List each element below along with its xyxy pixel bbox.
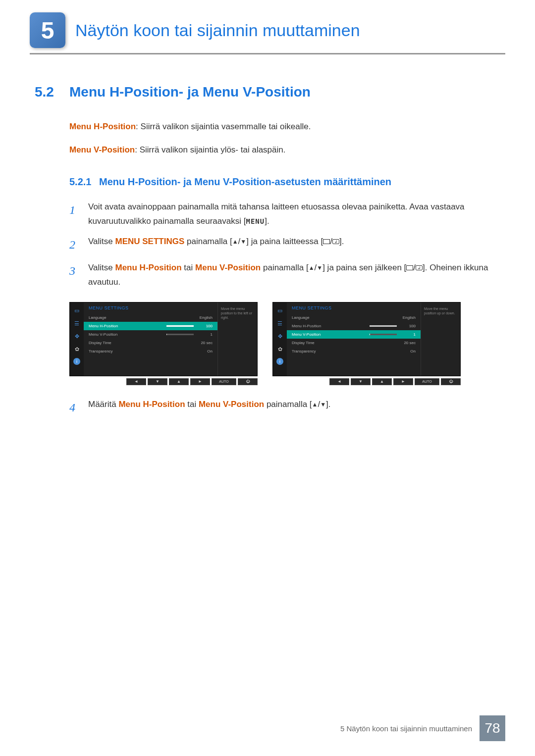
- menu-key-icon: MENU: [246, 217, 265, 225]
- osd-item-h-position: Menu H-Position100: [84, 322, 217, 330]
- page-footer: 5 Näytön koon tai sijainnin muuttaminen …: [340, 715, 505, 741]
- osd-item-v-position: Menu V-Position1: [84, 330, 217, 339]
- step-2: 2 Valitse MENU SETTINGS painamalla [▲/▼]…: [69, 235, 505, 255]
- intro-v-position: Menu V-Position: Siirrä valikon sijainti…: [69, 143, 505, 156]
- nav-down-icon: ▼: [351, 378, 371, 385]
- up-triangle-icon: ▲: [232, 237, 238, 247]
- list-icon: ☰: [72, 319, 81, 328]
- osd-item-language: LanguageEnglish: [84, 313, 217, 322]
- gear-icon: ✿: [275, 345, 284, 354]
- enter-icon: [332, 239, 339, 244]
- section-heading: 5.2Menu H-Position- ja Menu V-Position: [30, 84, 505, 100]
- nav-auto-button: AUTO: [415, 378, 439, 385]
- move-icon: ✥: [275, 332, 284, 341]
- osd-v-position: ▭ ☰ ✥ ✿ i MENU SETTINGS LanguageEnglish …: [272, 302, 461, 376]
- rect-icon: [406, 265, 413, 270]
- osd-title: MENU SETTINGS: [287, 305, 421, 313]
- page-header: 5 Näytön koon tai sijainnin muuttaminen: [30, 12, 505, 54]
- nav-right-icon: ►: [190, 378, 210, 385]
- nav-down-icon: ▼: [148, 378, 167, 385]
- up-triangle-icon: ▲: [312, 400, 318, 409]
- osd-item-v-position: Menu V-Position1: [287, 330, 421, 339]
- step-1: 1 Voit avata avainoppaan painamalla mitä…: [69, 200, 505, 229]
- page-number: 78: [480, 715, 505, 741]
- osd-hint: Move the menu position to the left or ri…: [217, 302, 257, 376]
- osd-screenshots: ▭ ☰ ✥ ✿ i MENU SETTINGS LanguageEnglish …: [69, 302, 505, 385]
- chapter-title: Näytön koon tai sijainnin muuttaminen: [75, 21, 360, 40]
- step-4: 4 Määritä Menu H-Position tai Menu V-Pos…: [69, 398, 505, 418]
- info-icon: i: [73, 358, 80, 365]
- osd-item-language: LanguageEnglish: [287, 313, 421, 322]
- monitor-icon: ▭: [72, 306, 81, 315]
- nav-auto-button: AUTO: [212, 378, 236, 385]
- nav-power-icon: ⏻: [238, 378, 258, 385]
- osd-nav-bar: ◄ ▼ ▲ ► AUTO ⏻: [272, 378, 461, 385]
- osd-nav-bar: ◄ ▼ ▲ ► AUTO ⏻: [69, 378, 258, 385]
- osd-item-transparency: TransparencyOn: [84, 347, 217, 355]
- osd-title: MENU SETTINGS: [84, 305, 217, 313]
- nav-left-icon: ◄: [329, 378, 349, 385]
- osd-sidebar: ▭ ☰ ✥ ✿ i: [70, 302, 84, 376]
- down-triangle-icon: ▼: [320, 400, 326, 409]
- osd-item-h-position: Menu H-Position100: [287, 322, 421, 330]
- down-triangle-icon: ▼: [317, 263, 322, 273]
- down-triangle-icon: ▼: [240, 237, 246, 247]
- up-triangle-icon: ▲: [309, 263, 315, 273]
- nav-left-icon: ◄: [126, 378, 146, 385]
- gear-icon: ✿: [72, 345, 81, 354]
- osd-sidebar: ▭ ☰ ✥ ✿ i: [273, 302, 287, 376]
- osd-h-position: ▭ ☰ ✥ ✿ i MENU SETTINGS LanguageEnglish …: [69, 302, 258, 376]
- nav-up-icon: ▲: [372, 378, 392, 385]
- step-3: 3 Valitse Menu H-Position tai Menu V-Pos…: [69, 261, 505, 290]
- intro-h-position: Menu H-Position: Siirrä valikon sijainti…: [69, 120, 505, 133]
- nav-right-icon: ►: [393, 378, 413, 385]
- chapter-badge: 5: [30, 12, 65, 48]
- osd-item-display-time: Display Time20 sec: [84, 339, 217, 347]
- info-icon: i: [276, 358, 283, 365]
- osd-item-display-time: Display Time20 sec: [287, 339, 421, 347]
- subsection-heading: 5.2.1Menu H-Position- ja Menu V-Position…: [69, 176, 505, 188]
- steps-list: 1 Voit avata avainoppaan painamalla mitä…: [69, 200, 505, 289]
- osd-hint: Move the menu position up or down.: [421, 302, 460, 376]
- move-icon: ✥: [72, 332, 81, 341]
- nav-up-icon: ▲: [169, 378, 189, 385]
- rect-icon: [323, 239, 330, 244]
- list-icon: ☰: [275, 319, 284, 328]
- enter-icon: [416, 265, 423, 270]
- osd-item-transparency: TransparencyOn: [287, 347, 421, 355]
- nav-power-icon: ⏻: [441, 378, 461, 385]
- monitor-icon: ▭: [275, 306, 284, 315]
